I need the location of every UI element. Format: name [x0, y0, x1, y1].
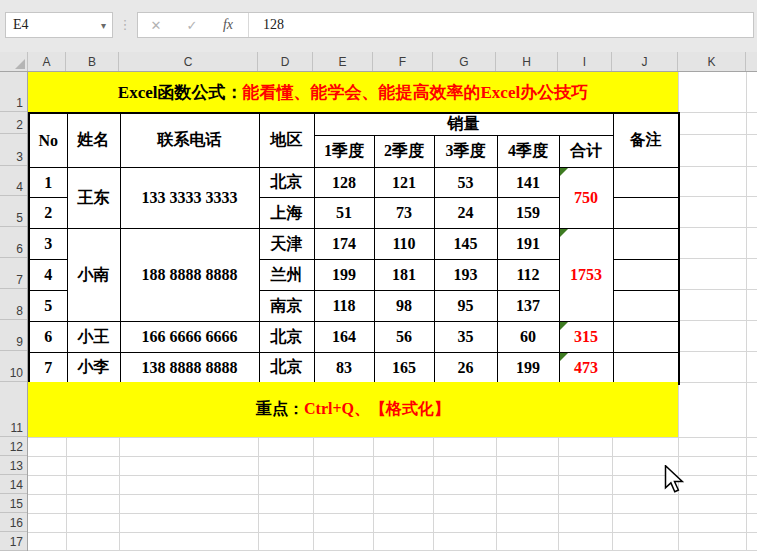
cell-q2[interactable]: 56: [374, 322, 434, 353]
cell-q3[interactable]: 26: [434, 353, 497, 384]
cell-q3[interactable]: 95: [434, 291, 497, 322]
header-cell-q3[interactable]: 3季度: [434, 136, 497, 168]
col-header-A[interactable]: A: [28, 52, 66, 71]
row-header-4[interactable]: 4: [0, 166, 27, 196]
col-header-G[interactable]: G: [433, 52, 496, 71]
cell-q2[interactable]: 181: [374, 260, 434, 291]
title-banner-cell[interactable]: Excel函数公式：能看懂、能学会、能提高效率的Excel办公技巧: [28, 72, 678, 112]
header-cell-sales[interactable]: 销量: [314, 113, 613, 136]
row-header-5[interactable]: 5: [0, 196, 27, 227]
row-header-10[interactable]: 10: [0, 351, 27, 382]
row-header-12[interactable]: 12: [0, 437, 27, 456]
select-all-corner[interactable]: [0, 52, 28, 71]
cell-q4[interactable]: 141: [497, 168, 559, 198]
cell-q2[interactable]: 121: [374, 168, 434, 198]
cell-no[interactable]: 4: [29, 260, 67, 291]
row-header-2[interactable]: 2: [0, 112, 27, 134]
cell-phone[interactable]: 166 6666 6666: [120, 322, 259, 353]
cell-q1[interactable]: 83: [314, 353, 374, 384]
cell-total[interactable]: 750: [559, 168, 613, 229]
col-header-H[interactable]: H: [496, 52, 558, 71]
header-cell-total[interactable]: 合计: [559, 136, 613, 168]
cell-q1[interactable]: 174: [314, 229, 374, 260]
cell-q4[interactable]: 60: [497, 322, 559, 353]
cell-no[interactable]: 6: [29, 322, 67, 353]
cell-q3[interactable]: 35: [434, 322, 497, 353]
cell-region[interactable]: 兰州: [259, 260, 314, 291]
row-header-11[interactable]: 11: [0, 382, 27, 437]
row-header-7[interactable]: 7: [0, 258, 27, 289]
header-cell-phone[interactable]: 联系电话: [120, 113, 259, 168]
row-header-14[interactable]: 14: [0, 475, 27, 494]
cell-q3[interactable]: 145: [434, 229, 497, 260]
cell-no[interactable]: 5: [29, 291, 67, 322]
cell-q3[interactable]: 53: [434, 168, 497, 198]
cell-name[interactable]: 王东: [67, 168, 120, 229]
header-cell-q2[interactable]: 2季度: [374, 136, 434, 168]
cell-note[interactable]: [613, 322, 679, 353]
cell-total[interactable]: 315: [559, 322, 613, 353]
row-header-16[interactable]: 16: [0, 513, 27, 532]
col-header-J[interactable]: J: [612, 52, 678, 71]
cell-no[interactable]: 1: [29, 168, 67, 198]
cell-q1[interactable]: 51: [314, 198, 374, 229]
cell-q4[interactable]: 159: [497, 198, 559, 229]
cell-q4[interactable]: 137: [497, 291, 559, 322]
header-cell-q1[interactable]: 1季度: [314, 136, 374, 168]
name-box[interactable]: E4 ▾: [5, 12, 113, 38]
header-cell-region[interactable]: 地区: [259, 113, 314, 168]
header-cell-no[interactable]: No: [29, 113, 67, 168]
row-header-9[interactable]: 9: [0, 320, 27, 351]
formula-bar[interactable]: ✕ ✓ fx 128: [137, 12, 754, 38]
namebox-dropdown-icon[interactable]: ▾: [101, 20, 112, 31]
cell-q4[interactable]: 191: [497, 229, 559, 260]
footer-banner-cell[interactable]: 重点：Ctrl+Q、【格式化】: [28, 382, 678, 437]
cell-no[interactable]: 2: [29, 198, 67, 229]
cell-region[interactable]: 北京: [259, 168, 314, 198]
col-header-E[interactable]: E: [313, 52, 373, 71]
row-header-13[interactable]: 13: [0, 456, 27, 475]
cell-total[interactable]: 1753: [559, 229, 613, 322]
col-header-C[interactable]: C: [119, 52, 258, 71]
col-header-B[interactable]: B: [66, 52, 119, 71]
enter-icon[interactable]: ✓: [174, 18, 210, 33]
header-cell-name[interactable]: 姓名: [67, 113, 120, 168]
cell-q1[interactable]: 118: [314, 291, 374, 322]
row-header-17[interactable]: 17: [0, 532, 27, 551]
cell-q2[interactable]: 98: [374, 291, 434, 322]
cell-q2[interactable]: 110: [374, 229, 434, 260]
cell-name[interactable]: 小王: [67, 322, 120, 353]
formula-input[interactable]: 128: [249, 17, 284, 33]
col-header-D[interactable]: D: [258, 52, 313, 71]
cell-q4[interactable]: 199: [497, 353, 559, 384]
cell-note[interactable]: [613, 260, 679, 291]
col-header-K[interactable]: K: [678, 52, 746, 71]
cell-region[interactable]: 北京: [259, 353, 314, 384]
row-header-6[interactable]: 6: [0, 227, 27, 258]
cell-region[interactable]: 上海: [259, 198, 314, 229]
cell-phone[interactable]: 138 8888 8888: [120, 353, 259, 384]
col-header-F[interactable]: F: [373, 52, 433, 71]
cell-q1[interactable]: 199: [314, 260, 374, 291]
cell-no[interactable]: 3: [29, 229, 67, 260]
cell-q2[interactable]: 165: [374, 353, 434, 384]
cell-note[interactable]: [613, 168, 679, 198]
col-header-I[interactable]: I: [558, 52, 612, 71]
cell-phone[interactable]: 188 8888 8888: [120, 229, 259, 322]
cell-note[interactable]: [613, 291, 679, 322]
cell-no[interactable]: 7: [29, 353, 67, 384]
cell-region[interactable]: 北京: [259, 322, 314, 353]
insert-function-icon[interactable]: fx: [210, 17, 246, 33]
cell-q2[interactable]: 73: [374, 198, 434, 229]
cell-q4[interactable]: 112: [497, 260, 559, 291]
row-header-15[interactable]: 15: [0, 494, 27, 513]
cell-note[interactable]: [613, 353, 679, 384]
cell-total[interactable]: 473: [559, 353, 613, 384]
col-header-partial[interactable]: [746, 52, 757, 71]
cell-q3[interactable]: 24: [434, 198, 497, 229]
row-header-8[interactable]: 8: [0, 289, 27, 320]
cell-q3[interactable]: 193: [434, 260, 497, 291]
cell-region[interactable]: 南京: [259, 291, 314, 322]
row-header-3[interactable]: 3: [0, 134, 27, 166]
cell-phone[interactable]: 133 3333 3333: [120, 168, 259, 229]
